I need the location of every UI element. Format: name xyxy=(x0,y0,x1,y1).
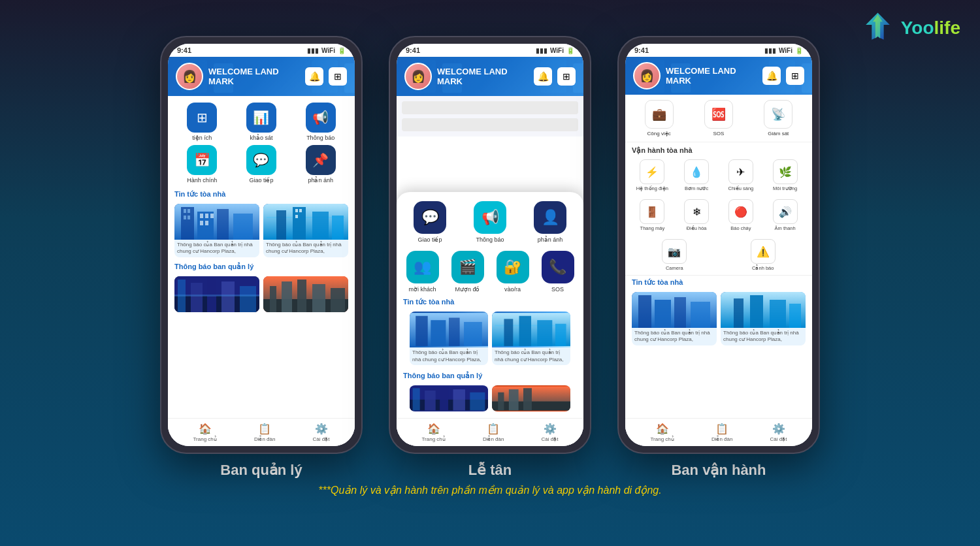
svg-rect-29 xyxy=(240,286,256,312)
phone-header-2: 👩 WELCOME LAND MARK 🔔 ⊞ xyxy=(397,57,583,96)
announce-card-2b[interactable] xyxy=(492,385,570,411)
news-card-2a[interactable]: Thông báo của Ban quản trị nhà chung cư … xyxy=(410,312,488,365)
vhtn-thangmay[interactable]: 🚪 Thang máy xyxy=(632,199,673,231)
svg-rect-65 xyxy=(691,302,710,328)
quick-giamsat[interactable]: 📡 Giám sát xyxy=(751,100,806,136)
svg-rect-45 xyxy=(504,319,513,347)
popup-thongbao-icon: 📢 xyxy=(474,201,506,234)
phones-labels: Ban quản lý Lễ tân Ban vận hành xyxy=(0,454,980,479)
popup-sos[interactable]: 📞 SOS xyxy=(538,251,577,293)
popup-giaotiep[interactable]: 💬 Giao tiếp xyxy=(403,201,457,243)
svg-rect-60 xyxy=(523,388,532,410)
bell-icon[interactable]: 🔔 xyxy=(305,67,323,86)
announce-image-1b xyxy=(263,276,348,312)
qr-icon-3[interactable]: ⊞ xyxy=(786,67,804,85)
svg-rect-59 xyxy=(509,389,519,410)
nav-home-2[interactable]: 🏠 Trang chủ xyxy=(422,423,446,442)
signal-icon-2: ▮▮▮ xyxy=(536,47,547,54)
vhtn-bomnuoc[interactable]: 💧 Bơm nước xyxy=(676,159,717,191)
nav-forum-label-2: Diễn đàn xyxy=(483,436,504,442)
phone-2-screen: 9:41 ▮▮▮ WiFi 🔋 👩 WELCOME LAND MARK 🔔 ⊞ xyxy=(397,44,583,446)
vhtn-moitruong[interactable]: 🌿 Môi trường xyxy=(764,159,806,191)
quick-congviec[interactable]: 💼 Công việc xyxy=(632,100,686,136)
header-title-3: WELCOME LAND MARK xyxy=(661,66,762,86)
news-image-1a xyxy=(174,204,259,240)
bomnuoc-icon: 💧 xyxy=(684,159,709,184)
news-card-1a[interactable]: Thông báo của Ban quản trị nhà chung cư … xyxy=(174,204,259,257)
bell-icon-3[interactable]: 🔔 xyxy=(762,67,781,85)
status-bar-3: 9:41 ▮▮▮ WiFi 🔋 xyxy=(625,44,812,57)
status-icons-2: ▮▮▮ WiFi 🔋 xyxy=(536,47,574,54)
menu-item-thongbao1[interactable]: 📢 Thông báo xyxy=(293,103,348,141)
vhtn-amthanh[interactable]: 🔊 Âm thanh xyxy=(764,199,806,231)
dieuhoa-label: Điều hòa xyxy=(687,225,707,231)
nav-settings-1[interactable]: ⚙️ Cài đặt xyxy=(313,423,330,442)
bottom-nav-2: 🏠 Trang chủ 📋 Diễn đàn ⚙️ Cài đặt xyxy=(397,418,583,446)
svg-rect-22 xyxy=(332,216,344,240)
news-card-1b[interactable]: Thông báo của Ban quản trị nhà chung cư … xyxy=(263,204,348,257)
vhtn-baochay[interactable]: 🔴 Báo cháy xyxy=(721,199,762,231)
announce-card-1b[interactable] xyxy=(263,276,348,312)
news-card-3b[interactable]: Thông báo của Ban quản trị nhà chung cư … xyxy=(721,292,806,345)
wifi-icon-2: WiFi xyxy=(550,47,564,54)
menu-item-khaosat[interactable]: 📊 khảo sát xyxy=(234,103,289,141)
popup-phananh[interactable]: 👤 phản ánh xyxy=(523,201,577,243)
popup-vaora[interactable]: 🔐 vào/ra xyxy=(493,251,532,293)
header-icons-3: 🔔 ⊞ xyxy=(762,67,804,85)
svg-rect-70 xyxy=(789,304,801,328)
svg-rect-67 xyxy=(734,298,743,328)
vhtn-hethongdien[interactable]: ⚡ Hệ thống điện xyxy=(632,159,673,191)
camera-icon: 📷 xyxy=(662,239,687,264)
phone-body-1: ⊞ tiện ích 📊 khảo sát 📢 Thông báo 📅 Hành… xyxy=(168,96,355,446)
svg-rect-42 xyxy=(464,322,482,346)
svg-rect-19 xyxy=(299,209,302,212)
popup-thongbao[interactable]: 📢 Thông báo xyxy=(463,201,517,243)
popup-giaotiep-icon: 💬 xyxy=(414,201,446,234)
qr-icon[interactable]: ⊞ xyxy=(329,67,347,86)
amthanh-label: Âm thanh xyxy=(775,225,796,231)
announce-card-2a[interactable] xyxy=(410,385,488,411)
hanhchinh-icon: 📅 xyxy=(187,145,217,175)
giamsat-label: Giám sát xyxy=(768,131,789,136)
svg-rect-35 xyxy=(297,280,306,312)
menu-item-giaotiep1[interactable]: 💬 Giao tiếp xyxy=(234,145,289,184)
news-image-2b xyxy=(492,312,570,347)
logo: Yoolife xyxy=(860,10,960,46)
vhtn-dieuhoa[interactable]: ❄ Điều hòa xyxy=(676,199,717,231)
forum-icon-2: 📋 xyxy=(487,423,500,435)
phone-body-3: 💼 Công việc 🆘 SOS 📡 Giám sát Vận hành tò… xyxy=(625,95,812,446)
news-card-3a[interactable]: Thông báo của Ban quản trị nhà chung cư … xyxy=(632,292,717,345)
nav-forum-1[interactable]: 📋 Diễn đàn xyxy=(254,423,276,442)
popup-moikhach[interactable]: 👥 mời khách xyxy=(403,251,442,293)
nav-settings-3[interactable]: ⚙️ Cài đặt xyxy=(770,423,787,442)
section-thongbao-1: Thông báo ban quản lý xyxy=(168,260,355,274)
menu-item-hanhchinh[interactable]: 📅 Hành chính xyxy=(174,145,230,184)
popup-moikhach-label: mời khách xyxy=(408,286,436,293)
bell-icon-2[interactable]: 🔔 xyxy=(534,67,552,86)
qr-icon-2[interactable]: ⊞ xyxy=(557,67,576,86)
nav-home-1[interactable]: 🏠 Trang chủ xyxy=(193,423,217,442)
avatar-2: 👩 xyxy=(404,63,432,90)
nav-home-3[interactable]: 🏠 Trang chủ xyxy=(651,423,674,442)
nav-forum-2[interactable]: 📋 Diễn đàn xyxy=(483,423,504,442)
news-card-2b[interactable]: Thông báo của Ban quản trị nhà chung cư … xyxy=(492,312,570,365)
vhtn-canhbao[interactable]: ⚠️ Cảnh báo xyxy=(721,239,806,271)
nav-settings-2[interactable]: ⚙️ Cài đặt xyxy=(542,423,559,442)
svg-rect-34 xyxy=(282,281,292,312)
svg-rect-63 xyxy=(655,300,671,328)
nav-forum-3[interactable]: 📋 Diễn đàn xyxy=(711,423,733,442)
quick-sos[interactable]: 🆘 SOS xyxy=(691,100,745,136)
menu-item-phananh1[interactable]: 📌 phản ánh xyxy=(293,145,348,184)
status-bar-2: 9:41 ▮▮▮ WiFi 🔋 xyxy=(397,44,583,57)
popup-row2: 👥 mời khách 🎬 Mượn đồ 🔐 vào/ra xyxy=(403,251,577,293)
popup-muondo[interactable]: 🎬 Mượn đồ xyxy=(448,251,487,293)
vhtn-chieusang[interactable]: ✈ Chiếu sáng xyxy=(721,159,762,191)
announce-card-1a[interactable] xyxy=(174,276,259,312)
vhtn-camera[interactable]: 📷 Camera xyxy=(632,239,717,271)
svg-rect-49 xyxy=(410,387,488,411)
nav-settings-label-1: Cài đặt xyxy=(313,436,330,442)
avatar-1: 👩 xyxy=(176,63,203,90)
menu-item-tienich[interactable]: ⊞ tiện ích xyxy=(174,103,230,141)
logo-life: life xyxy=(934,18,960,38)
bomnuoc-label: Bơm nước xyxy=(685,185,708,191)
